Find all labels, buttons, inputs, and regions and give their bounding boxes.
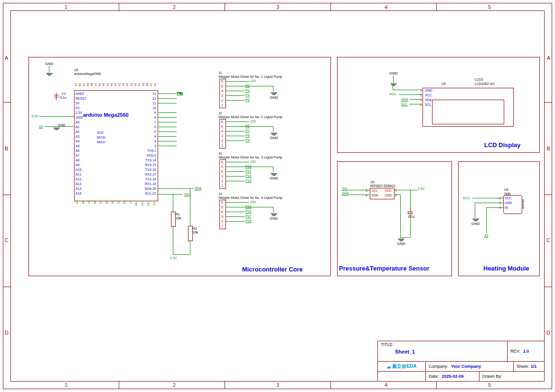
u2-n4: 4 — [366, 193, 367, 198]
net-a2-u4: A2 — [484, 234, 489, 237]
u5-ref: U5 — [74, 68, 78, 72]
u4-part2: HEATER — [522, 199, 525, 209]
gnd-u2: GND — [397, 238, 405, 246]
sensor-block — [337, 161, 452, 276]
r2-val: 10k — [193, 231, 198, 234]
mcu-top-pins: 2252515048474645444342414034333231302827… — [74, 83, 157, 86]
u2-n3: 3 — [366, 188, 367, 193]
col-5-top: 5 — [488, 4, 491, 10]
net-vcc-lcd: VCC — [389, 93, 396, 96]
net-scl-lcd: SCL — [401, 103, 408, 106]
gnd-lcd: GND — [389, 71, 398, 86]
col-4-bot: 4 — [385, 382, 387, 388]
gnd-u4: GND — [471, 218, 480, 226]
company-label: Company: — [429, 364, 448, 369]
col-2-bot: 2 — [173, 382, 176, 388]
u4-vcc: VCC — [505, 196, 512, 201]
row-d-r: D — [546, 330, 550, 336]
r2-ref: R2 — [193, 227, 197, 230]
net-vcc-u4: VCC — [463, 196, 470, 200]
lcd-ref: U3 — [442, 82, 446, 85]
heater-block — [458, 161, 540, 276]
r1-ref: R1 — [176, 213, 180, 216]
u4-n3: 3 — [499, 205, 501, 210]
col-3-top: 3 — [276, 4, 279, 10]
title-val: Sheet_1 — [395, 349, 415, 355]
lcd-label: LCD1 — [475, 78, 483, 81]
gnd-symbol-1: GND — [45, 62, 54, 76]
u4-n1: 1 — [499, 201, 501, 205]
u2-gnd: GND — [385, 193, 392, 198]
row-b-l: B — [5, 146, 8, 151]
net-33v-2: 3.3V — [170, 256, 177, 260]
u2-scl: SCL — [371, 188, 378, 193]
row-d-l: D — [5, 330, 9, 336]
net-33v: 3.3V — [31, 114, 38, 118]
u4-n2: 2 — [499, 196, 501, 201]
date-val: 2025-02-09 — [442, 374, 464, 379]
rev-val: 1.0 — [523, 349, 529, 354]
row-c-l: C — [5, 237, 9, 243]
r1-val: 10k — [176, 216, 181, 220]
net-sda-u2: SDA — [342, 192, 348, 195]
net-sda: SDA — [195, 187, 201, 190]
mcu-mid: SCKMOSIMISO — [97, 131, 105, 145]
u5-part: arduinoMega2560 — [74, 72, 101, 75]
heater-title: Heating Module — [483, 265, 529, 272]
u2-sda: SDA — [371, 193, 378, 198]
mcu-right-pins: 1312111098765432TX0-1RX0-0TX3-14RX3-15TX… — [139, 92, 156, 196]
row-a-l: A — [5, 55, 8, 61]
u4-ref: U4 — [504, 188, 508, 191]
col-5-bot: 5 — [488, 382, 491, 388]
mcu-bot-pins: 43453739413533312927P29P27P25P23 — [74, 201, 157, 206]
title-block: TITLE: Sheet_1 REV: 1.0 ☁嘉立创EDA Company:… — [377, 341, 545, 382]
lcd-inner — [432, 100, 504, 124]
c1-ref: C1 — [62, 92, 66, 95]
title-label: TITLE: — [381, 342, 394, 347]
col-1-top: 1 — [65, 4, 67, 10]
drawn-label: Drawn By: — [482, 374, 502, 379]
c1-sym — [56, 93, 60, 100]
lcd-nums: 1234 — [417, 88, 422, 107]
col-1-bot: 1 — [65, 382, 67, 388]
col-4-top: 4 — [385, 4, 387, 10]
u4-gnd: GND — [505, 201, 512, 205]
u2-part: MS5837-02BA21 — [370, 184, 395, 187]
net-sda-lcd: SDA — [401, 98, 408, 101]
gnd-left: GND — [58, 123, 66, 127]
mcu-left-pins: AREFRESET5V5V.3.3VGNDA0A1A2A3A4A5A6A7A8A… — [75, 92, 86, 196]
net-33v-u2: 3.3V — [418, 187, 424, 190]
u2-vdd: VDD — [385, 188, 392, 193]
u2-n1: 1 — [395, 188, 397, 193]
row-b-r: B — [547, 146, 550, 151]
row-a-r: A — [547, 55, 550, 61]
u2-ref: U2 — [370, 180, 375, 184]
date-label: Date: — [429, 374, 439, 379]
mcu-center: arduino Mega2560 — [83, 112, 129, 117]
col-2-top: 2 — [173, 4, 176, 10]
r1-sym — [171, 212, 176, 227]
c1-val: 0.1u — [60, 96, 66, 99]
lcd-title: LCD Display — [484, 141, 521, 149]
sheet-val: 1/1 — [531, 364, 537, 369]
u2-n2: 2 — [395, 193, 397, 198]
c2-sym — [407, 208, 413, 218]
net-scl-u2: SCL — [342, 187, 348, 190]
row-c-r: C — [546, 237, 550, 243]
col-3-bot: 3 — [276, 382, 279, 388]
mcu-title: Microcontroller Core — [242, 266, 303, 273]
sheet-label: Sheet: — [517, 364, 529, 369]
company-val: Your Company — [451, 364, 481, 369]
logo: 嘉立创EDA — [392, 363, 416, 370]
lcd-part: LCD1602 I2C — [475, 82, 495, 85]
u4-in: IN — [505, 205, 508, 210]
lcd-pins: GNDVCCSDASCL — [425, 88, 433, 107]
r2-sym — [188, 226, 193, 241]
net-a2: A2 — [39, 125, 43, 128]
rev-label: REV: — [510, 349, 520, 354]
sensor-title: Pressure&Temperature Sensor — [339, 265, 430, 272]
